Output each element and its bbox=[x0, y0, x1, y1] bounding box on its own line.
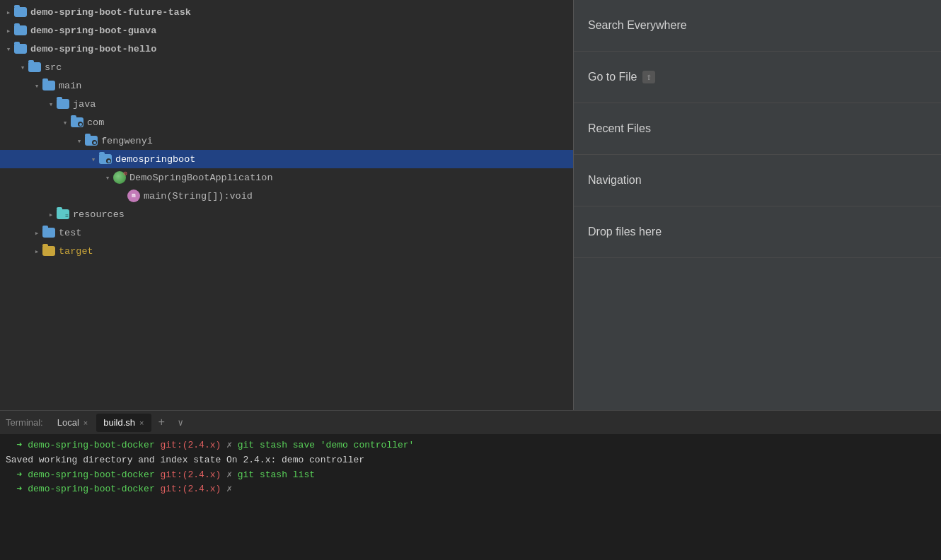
git-branch: git:(2.4.x) bbox=[161, 484, 221, 494]
terminal-label: Terminal: bbox=[6, 417, 43, 428]
tree-item-label: demo-spring-boot-hello bbox=[30, 44, 156, 54]
right-panel: Search EverywhereGo to File⇧Recent Files… bbox=[573, 0, 941, 410]
tree-arrow[interactable] bbox=[3, 45, 14, 54]
tree-item-label: resources bbox=[73, 209, 125, 220]
right-menu-item-search-everywhere[interactable]: Search Everywhere bbox=[574, 0, 941, 52]
prompt-arrow bbox=[6, 440, 17, 450]
terminal-command: git stash save 'demo controller' bbox=[238, 440, 415, 450]
terminal-tab-close[interactable]: × bbox=[139, 419, 144, 427]
prompt-cross: ✗ bbox=[221, 469, 237, 480]
tree-item-label: DemoSpringBootApplication bbox=[129, 173, 273, 183]
package-folder-icon bbox=[99, 154, 112, 164]
method-icon: m bbox=[127, 189, 140, 202]
tree-arrow[interactable] bbox=[88, 155, 99, 164]
tree-item-label: fengwenyi bbox=[101, 136, 153, 146]
terminal-tab-label: build.sh bbox=[103, 417, 135, 428]
file-tree: demo-spring-boot-future-taskdemo-spring-… bbox=[0, 0, 573, 410]
tree-item-java[interactable]: java bbox=[0, 95, 573, 113]
terminal-command: git stash list bbox=[238, 469, 315, 480]
tree-arrow[interactable] bbox=[45, 100, 57, 109]
prompt-cross: ✗ bbox=[221, 440, 237, 450]
terminal-tabs: Terminal: Local×build.sh×+∨ bbox=[0, 410, 941, 434]
prompt-space bbox=[155, 440, 161, 450]
project-name: demo-spring-boot-docker bbox=[28, 484, 154, 494]
package-folder-icon bbox=[85, 136, 98, 146]
tree-item-hello[interactable]: demo-spring-boot-hello bbox=[0, 40, 573, 58]
tree-item-label: demospringboot bbox=[115, 154, 195, 165]
tree-item-test[interactable]: test bbox=[0, 223, 573, 242]
folder-icon bbox=[42, 228, 55, 238]
right-menu-item-go-to-file[interactable]: Go to File⇧ bbox=[574, 52, 941, 103]
tree-item-src[interactable]: src bbox=[0, 58, 573, 76]
tree-arrow[interactable] bbox=[74, 136, 85, 146]
prompt-symbol: ➜ bbox=[17, 484, 28, 494]
tree-arrow[interactable] bbox=[31, 81, 42, 91]
right-menu-item-recent-files[interactable]: Recent Files bbox=[574, 103, 941, 155]
tree-arrow[interactable] bbox=[31, 228, 42, 238]
prompt-symbol: ➜ bbox=[17, 469, 28, 480]
tree-item-label: java bbox=[73, 99, 96, 110]
folder-icon bbox=[14, 25, 27, 35]
tree-item-label: com bbox=[87, 117, 104, 128]
tree-item-resources[interactable]: resources bbox=[0, 205, 573, 223]
resources-folder-icon bbox=[57, 209, 69, 219]
folder-icon bbox=[28, 62, 41, 72]
tree-item-label: test bbox=[59, 228, 81, 238]
terminal-tab-label: Local bbox=[57, 417, 79, 428]
tree-arrow[interactable] bbox=[102, 173, 113, 182]
tree-arrow[interactable] bbox=[3, 8, 14, 17]
tree-arrow[interactable] bbox=[31, 247, 42, 256]
terminal-line-3: ➜ demo-spring-boot-docker git:(2.4.x) ✗ bbox=[6, 482, 935, 497]
right-menu-label: Go to File bbox=[588, 71, 637, 83]
tree-item-target[interactable]: target bbox=[0, 242, 573, 260]
tree-item-guava[interactable]: demo-spring-boot-guava bbox=[0, 21, 573, 40]
git-branch: git:(2.4.x) bbox=[161, 469, 221, 480]
prompt-symbol: ➜ bbox=[17, 440, 28, 450]
folder-icon bbox=[14, 44, 27, 54]
tree-item-demospringboot[interactable]: demospringboot bbox=[0, 150, 573, 168]
tree-item-label: main(String[]):void bbox=[144, 191, 253, 202]
prompt-space bbox=[155, 469, 161, 480]
main-area: demo-spring-boot-future-taskdemo-spring-… bbox=[0, 0, 941, 410]
folder-icon bbox=[42, 246, 55, 256]
folder-icon bbox=[57, 99, 69, 109]
right-menu-label: Navigation bbox=[588, 174, 642, 187]
terminal-tab-close[interactable]: × bbox=[83, 419, 88, 427]
tree-item-label: demo-spring-boot-guava bbox=[30, 25, 156, 36]
right-menu-item-drop-files[interactable]: Drop files here bbox=[574, 206, 941, 258]
prompt-arrow bbox=[6, 469, 17, 480]
terminal-tab-local[interactable]: Local× bbox=[50, 414, 96, 432]
right-menu-item-navigation[interactable]: Navigation bbox=[574, 155, 941, 206]
tree-item-future-task[interactable]: demo-spring-boot-future-task bbox=[0, 3, 573, 21]
tree-arrow[interactable] bbox=[59, 118, 71, 127]
tree-arrow[interactable] bbox=[17, 63, 28, 72]
project-name: demo-spring-boot-docker bbox=[28, 469, 154, 480]
tree-item-main[interactable]: main bbox=[0, 76, 573, 95]
prompt-cross: ✗ bbox=[221, 484, 237, 494]
terminal-line-0: ➜ demo-spring-boot-docker git:(2.4.x) ✗ … bbox=[6, 438, 935, 453]
tree-arrow[interactable] bbox=[45, 210, 57, 219]
right-menu-label: Search Everywhere bbox=[588, 19, 687, 32]
terminal-tab-add-button[interactable]: + bbox=[153, 414, 171, 432]
spring-app-icon bbox=[113, 171, 126, 184]
tree-arrow[interactable] bbox=[3, 26, 14, 35]
tree-item-fengwenyi[interactable]: fengwenyi bbox=[0, 132, 573, 150]
package-folder-icon bbox=[71, 117, 83, 127]
git-branch: git:(2.4.x) bbox=[161, 440, 221, 450]
tree-item-com[interactable]: com bbox=[0, 113, 573, 132]
terminal-tab-build-sh[interactable]: build.sh× bbox=[96, 414, 151, 432]
folder-icon bbox=[14, 7, 27, 17]
prompt-arrow bbox=[6, 484, 17, 494]
terminal-line-2: ➜ demo-spring-boot-docker git:(2.4.x) ✗ … bbox=[6, 468, 935, 483]
project-name: demo-spring-boot-docker bbox=[28, 440, 154, 450]
tree-item-main-method[interactable]: mmain(String[]):void bbox=[0, 187, 573, 205]
terminal-content: ➜ demo-spring-boot-docker git:(2.4.x) ✗ … bbox=[0, 434, 941, 560]
tree-item-label: main bbox=[59, 81, 81, 91]
right-menu-label: Drop files here bbox=[588, 226, 662, 238]
terminal-tab-dropdown-button[interactable]: ∨ bbox=[172, 414, 189, 431]
terminal-area: Terminal: Local×build.sh×+∨ ➜ demo-sprin… bbox=[0, 410, 941, 560]
folder-icon bbox=[42, 81, 55, 91]
prompt-space bbox=[155, 484, 161, 494]
tree-item-DemoSpringBootApplication[interactable]: DemoSpringBootApplication bbox=[0, 168, 573, 187]
terminal-output: Saved working directory and index state … bbox=[6, 455, 364, 465]
